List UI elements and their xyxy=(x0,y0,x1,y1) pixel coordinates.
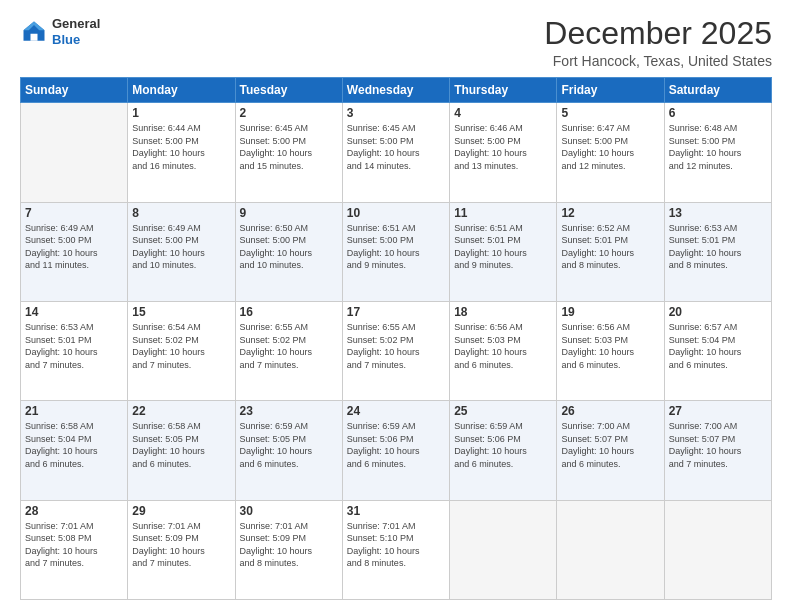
day-info: Sunrise: 6:56 AM Sunset: 5:03 PM Dayligh… xyxy=(561,321,659,371)
col-thursday: Thursday xyxy=(450,78,557,103)
day-number: 18 xyxy=(454,305,552,319)
day-info: Sunrise: 6:45 AM Sunset: 5:00 PM Dayligh… xyxy=(347,122,445,172)
day-info: Sunrise: 7:01 AM Sunset: 5:09 PM Dayligh… xyxy=(132,520,230,570)
day-number: 13 xyxy=(669,206,767,220)
table-row: 18Sunrise: 6:56 AM Sunset: 5:03 PM Dayli… xyxy=(450,301,557,400)
table-row: 24Sunrise: 6:59 AM Sunset: 5:06 PM Dayli… xyxy=(342,401,449,500)
table-row: 13Sunrise: 6:53 AM Sunset: 5:01 PM Dayli… xyxy=(664,202,771,301)
day-info: Sunrise: 6:49 AM Sunset: 5:00 PM Dayligh… xyxy=(25,222,123,272)
header: General Blue December 2025 Fort Hancock,… xyxy=(20,16,772,69)
day-number: 20 xyxy=(669,305,767,319)
table-row: 23Sunrise: 6:59 AM Sunset: 5:05 PM Dayli… xyxy=(235,401,342,500)
table-row: 29Sunrise: 7:01 AM Sunset: 5:09 PM Dayli… xyxy=(128,500,235,599)
page: General Blue December 2025 Fort Hancock,… xyxy=(0,0,792,612)
day-info: Sunrise: 6:55 AM Sunset: 5:02 PM Dayligh… xyxy=(347,321,445,371)
table-row xyxy=(21,103,128,202)
day-info: Sunrise: 6:54 AM Sunset: 5:02 PM Dayligh… xyxy=(132,321,230,371)
table-row: 8Sunrise: 6:49 AM Sunset: 5:00 PM Daylig… xyxy=(128,202,235,301)
table-row: 14Sunrise: 6:53 AM Sunset: 5:01 PM Dayli… xyxy=(21,301,128,400)
day-number: 8 xyxy=(132,206,230,220)
day-info: Sunrise: 6:46 AM Sunset: 5:00 PM Dayligh… xyxy=(454,122,552,172)
day-number: 25 xyxy=(454,404,552,418)
calendar-week-row: 7Sunrise: 6:49 AM Sunset: 5:00 PM Daylig… xyxy=(21,202,772,301)
day-info: Sunrise: 6:59 AM Sunset: 5:06 PM Dayligh… xyxy=(454,420,552,470)
day-info: Sunrise: 6:53 AM Sunset: 5:01 PM Dayligh… xyxy=(25,321,123,371)
col-saturday: Saturday xyxy=(664,78,771,103)
day-info: Sunrise: 7:01 AM Sunset: 5:08 PM Dayligh… xyxy=(25,520,123,570)
day-info: Sunrise: 6:50 AM Sunset: 5:00 PM Dayligh… xyxy=(240,222,338,272)
day-info: Sunrise: 6:58 AM Sunset: 5:04 PM Dayligh… xyxy=(25,420,123,470)
main-title: December 2025 xyxy=(544,16,772,51)
day-info: Sunrise: 7:00 AM Sunset: 5:07 PM Dayligh… xyxy=(561,420,659,470)
day-number: 14 xyxy=(25,305,123,319)
calendar-week-row: 1Sunrise: 6:44 AM Sunset: 5:00 PM Daylig… xyxy=(21,103,772,202)
day-info: Sunrise: 6:56 AM Sunset: 5:03 PM Dayligh… xyxy=(454,321,552,371)
table-row xyxy=(450,500,557,599)
day-number: 12 xyxy=(561,206,659,220)
col-wednesday: Wednesday xyxy=(342,78,449,103)
day-number: 6 xyxy=(669,106,767,120)
table-row: 20Sunrise: 6:57 AM Sunset: 5:04 PM Dayli… xyxy=(664,301,771,400)
day-number: 23 xyxy=(240,404,338,418)
day-number: 31 xyxy=(347,504,445,518)
day-info: Sunrise: 6:45 AM Sunset: 5:00 PM Dayligh… xyxy=(240,122,338,172)
calendar-week-row: 14Sunrise: 6:53 AM Sunset: 5:01 PM Dayli… xyxy=(21,301,772,400)
day-info: Sunrise: 6:59 AM Sunset: 5:06 PM Dayligh… xyxy=(347,420,445,470)
day-info: Sunrise: 6:59 AM Sunset: 5:05 PM Dayligh… xyxy=(240,420,338,470)
calendar-week-row: 28Sunrise: 7:01 AM Sunset: 5:08 PM Dayli… xyxy=(21,500,772,599)
table-row: 15Sunrise: 6:54 AM Sunset: 5:02 PM Dayli… xyxy=(128,301,235,400)
day-info: Sunrise: 6:49 AM Sunset: 5:00 PM Dayligh… xyxy=(132,222,230,272)
table-row: 17Sunrise: 6:55 AM Sunset: 5:02 PM Dayli… xyxy=(342,301,449,400)
day-info: Sunrise: 6:55 AM Sunset: 5:02 PM Dayligh… xyxy=(240,321,338,371)
table-row: 12Sunrise: 6:52 AM Sunset: 5:01 PM Dayli… xyxy=(557,202,664,301)
table-row: 1Sunrise: 6:44 AM Sunset: 5:00 PM Daylig… xyxy=(128,103,235,202)
day-info: Sunrise: 6:52 AM Sunset: 5:01 PM Dayligh… xyxy=(561,222,659,272)
day-info: Sunrise: 6:48 AM Sunset: 5:00 PM Dayligh… xyxy=(669,122,767,172)
day-info: Sunrise: 7:01 AM Sunset: 5:09 PM Dayligh… xyxy=(240,520,338,570)
day-number: 9 xyxy=(240,206,338,220)
day-number: 2 xyxy=(240,106,338,120)
location-subtitle: Fort Hancock, Texas, United States xyxy=(544,53,772,69)
day-info: Sunrise: 6:44 AM Sunset: 5:00 PM Dayligh… xyxy=(132,122,230,172)
logo-icon xyxy=(20,18,48,46)
day-info: Sunrise: 6:58 AM Sunset: 5:05 PM Dayligh… xyxy=(132,420,230,470)
day-number: 30 xyxy=(240,504,338,518)
table-row: 4Sunrise: 6:46 AM Sunset: 5:00 PM Daylig… xyxy=(450,103,557,202)
table-row xyxy=(664,500,771,599)
table-row: 27Sunrise: 7:00 AM Sunset: 5:07 PM Dayli… xyxy=(664,401,771,500)
day-number: 26 xyxy=(561,404,659,418)
calendar-table: Sunday Monday Tuesday Wednesday Thursday… xyxy=(20,77,772,600)
col-friday: Friday xyxy=(557,78,664,103)
table-row: 25Sunrise: 6:59 AM Sunset: 5:06 PM Dayli… xyxy=(450,401,557,500)
table-row: 9Sunrise: 6:50 AM Sunset: 5:00 PM Daylig… xyxy=(235,202,342,301)
table-row: 28Sunrise: 7:01 AM Sunset: 5:08 PM Dayli… xyxy=(21,500,128,599)
day-number: 5 xyxy=(561,106,659,120)
day-number: 10 xyxy=(347,206,445,220)
day-number: 1 xyxy=(132,106,230,120)
table-row: 30Sunrise: 7:01 AM Sunset: 5:09 PM Dayli… xyxy=(235,500,342,599)
logo-line1: General xyxy=(52,16,100,31)
table-row: 11Sunrise: 6:51 AM Sunset: 5:01 PM Dayli… xyxy=(450,202,557,301)
day-number: 28 xyxy=(25,504,123,518)
col-sunday: Sunday xyxy=(21,78,128,103)
table-row: 16Sunrise: 6:55 AM Sunset: 5:02 PM Dayli… xyxy=(235,301,342,400)
table-row: 3Sunrise: 6:45 AM Sunset: 5:00 PM Daylig… xyxy=(342,103,449,202)
col-tuesday: Tuesday xyxy=(235,78,342,103)
day-number: 3 xyxy=(347,106,445,120)
day-number: 4 xyxy=(454,106,552,120)
table-row: 31Sunrise: 7:01 AM Sunset: 5:10 PM Dayli… xyxy=(342,500,449,599)
day-number: 19 xyxy=(561,305,659,319)
table-row xyxy=(557,500,664,599)
table-row: 5Sunrise: 6:47 AM Sunset: 5:00 PM Daylig… xyxy=(557,103,664,202)
svg-rect-2 xyxy=(31,33,38,40)
day-number: 16 xyxy=(240,305,338,319)
day-info: Sunrise: 6:51 AM Sunset: 5:01 PM Dayligh… xyxy=(454,222,552,272)
day-number: 11 xyxy=(454,206,552,220)
day-number: 27 xyxy=(669,404,767,418)
day-info: Sunrise: 6:53 AM Sunset: 5:01 PM Dayligh… xyxy=(669,222,767,272)
day-number: 22 xyxy=(132,404,230,418)
day-info: Sunrise: 7:00 AM Sunset: 5:07 PM Dayligh… xyxy=(669,420,767,470)
table-row: 26Sunrise: 7:00 AM Sunset: 5:07 PM Dayli… xyxy=(557,401,664,500)
day-info: Sunrise: 6:47 AM Sunset: 5:00 PM Dayligh… xyxy=(561,122,659,172)
table-row: 21Sunrise: 6:58 AM Sunset: 5:04 PM Dayli… xyxy=(21,401,128,500)
